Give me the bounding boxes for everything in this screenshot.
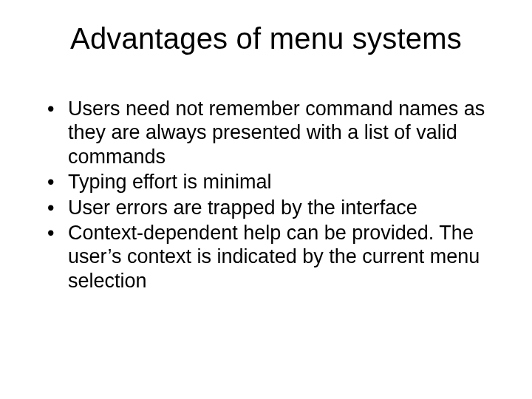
bullet-list: Users need not remember command names as… (35, 97, 497, 293)
list-item: Typing effort is minimal (44, 170, 497, 194)
list-item: User errors are trapped by the interface (44, 196, 497, 219)
list-item: Users need not remember command names as… (44, 97, 497, 168)
list-item: Context-dependent help can be provided. … (44, 221, 497, 293)
slide-title: Advantages of menu systems (35, 22, 497, 55)
